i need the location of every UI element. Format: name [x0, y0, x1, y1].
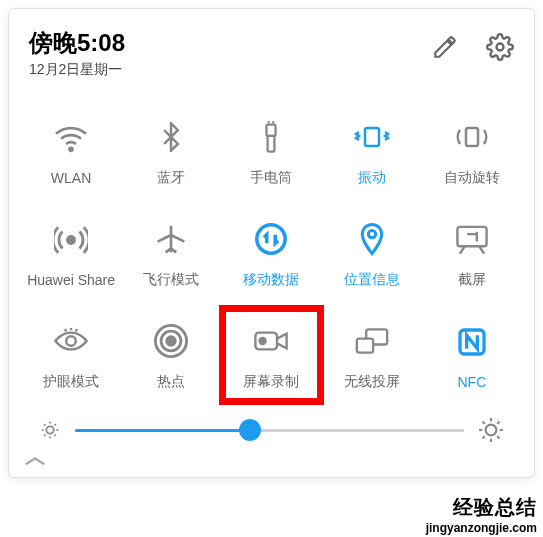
gear-icon[interactable]: [486, 33, 514, 61]
flashlight-icon: [257, 115, 285, 159]
svg-rect-7: [466, 128, 478, 146]
tile-airplane[interactable]: 飞行模式: [121, 205, 221, 301]
tile-wlan[interactable]: WLAN: [21, 103, 121, 199]
svg-line-40: [483, 436, 485, 438]
svg-line-15: [76, 329, 77, 331]
svg-line-30: [55, 435, 56, 436]
location-icon: [357, 217, 387, 261]
tile-eye-comfort[interactable]: 护眼模式: [21, 307, 121, 403]
tile-label: 护眼模式: [43, 373, 99, 391]
svg-rect-3: [268, 136, 275, 152]
tile-label: 屏幕录制: [243, 373, 299, 391]
date-display: 12月2日星期一: [29, 61, 125, 79]
tile-label: 热点: [157, 373, 185, 391]
svg-rect-22: [357, 339, 373, 353]
svg-point-1: [70, 148, 73, 151]
svg-point-10: [368, 231, 375, 238]
tile-nfc[interactable]: NFC: [422, 307, 522, 403]
watermark-url: jingyanzongjie.com: [426, 521, 537, 535]
tile-label: 自动旋转: [444, 169, 500, 187]
svg-rect-6: [365, 128, 379, 146]
tile-mobile-data[interactable]: 移动数据: [221, 205, 321, 301]
brightness-slider-row: [21, 407, 522, 449]
tile-label: NFC: [458, 374, 487, 390]
quick-settings-grid: WLAN 蓝牙 手电筒 振动 自动旋转: [21, 103, 522, 403]
wifi-icon: [54, 116, 88, 160]
slider-thumb[interactable]: [239, 419, 261, 441]
svg-line-31: [44, 435, 45, 436]
tile-label: 振动: [358, 169, 386, 187]
vibrate-icon: [352, 115, 392, 159]
eye-icon: [53, 319, 89, 363]
tile-label: 飞行模式: [143, 271, 199, 289]
svg-point-33: [486, 425, 497, 436]
svg-rect-11: [457, 227, 486, 246]
tile-auto-rotate[interactable]: 自动旋转: [422, 103, 522, 199]
tile-label: 截屏: [458, 271, 486, 289]
tile-huawei-share[interactable]: Huawei Share: [21, 205, 121, 301]
svg-line-29: [44, 424, 45, 425]
share-icon: [54, 218, 88, 262]
tile-screen-record[interactable]: 屏幕录制: [221, 307, 321, 403]
tile-vibrate[interactable]: 振动: [322, 103, 422, 199]
airplane-icon: [155, 217, 187, 261]
notification-header: 傍晚5:08 12月2日星期一: [21, 27, 522, 79]
video-icon: [253, 319, 289, 363]
svg-line-13: [65, 329, 66, 331]
brightness-high-icon: [478, 417, 504, 443]
edit-icon[interactable]: [432, 34, 458, 60]
time-display: 傍晚5:08: [29, 27, 125, 59]
tile-label: 手电筒: [250, 169, 292, 187]
tile-flashlight[interactable]: 手电筒: [221, 103, 321, 199]
mobile-data-icon: [254, 217, 288, 261]
hotspot-icon: [154, 319, 188, 363]
tile-bluetooth[interactable]: 蓝牙: [121, 103, 221, 199]
tile-screenshot[interactable]: 截屏: [422, 205, 522, 301]
screenshot-icon: [455, 217, 489, 261]
tile-wireless-projection[interactable]: 无线投屏: [322, 307, 422, 403]
svg-line-39: [497, 436, 499, 438]
nfc-icon: [456, 320, 488, 364]
tile-label: 蓝牙: [157, 169, 185, 187]
brightness-low-icon: [39, 419, 61, 441]
svg-point-9: [257, 225, 285, 253]
tile-hotspot[interactable]: 热点: [121, 307, 221, 403]
svg-point-12: [66, 336, 76, 346]
watermark: 经验总结 jingyanzongjie.com: [426, 494, 537, 535]
svg-line-38: [483, 422, 485, 424]
rotate-icon: [455, 115, 489, 159]
brightness-slider[interactable]: [75, 429, 464, 432]
svg-point-24: [46, 426, 53, 433]
tile-label: WLAN: [51, 170, 91, 186]
tile-location[interactable]: 位置信息: [322, 205, 422, 301]
tile-label: 无线投屏: [344, 373, 400, 391]
tile-label: 移动数据: [243, 271, 299, 289]
svg-line-41: [497, 422, 499, 424]
svg-rect-2: [267, 125, 276, 136]
cast-icon: [354, 319, 390, 363]
tile-label: 位置信息: [344, 271, 400, 289]
watermark-title: 经验总结: [426, 494, 537, 521]
svg-point-8: [68, 236, 75, 243]
expand-chevron[interactable]: [21, 455, 522, 469]
svg-point-20: [260, 338, 266, 344]
svg-point-0: [497, 44, 504, 51]
tile-label: Huawei Share: [27, 272, 115, 288]
svg-point-16: [167, 337, 176, 346]
bluetooth-icon: [156, 115, 186, 159]
svg-line-32: [55, 424, 56, 425]
